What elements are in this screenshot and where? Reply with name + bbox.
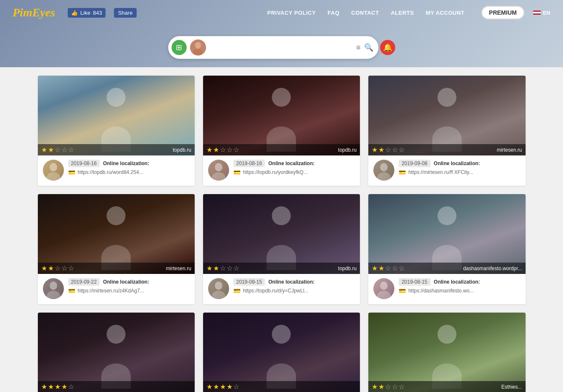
result-card[interactable]: ★★☆☆☆ topdb.ru 2019-08-15 Online localiz… <box>203 194 360 304</box>
card-loc-label: Online localization: <box>434 160 480 166</box>
card-image-wrapper: ★★☆☆☆ mirtesen.ru <box>368 76 525 155</box>
card-url-row: 💳 https://topdb.ru/word84.254... <box>68 169 190 176</box>
nav-faq[interactable]: FAQ <box>328 10 339 16</box>
card-info: 2019-09-22 Online localization: 💳 https:… <box>38 274 195 304</box>
premium-button[interactable]: PREMIUM <box>481 6 524 19</box>
star-1: ★ <box>41 264 47 272</box>
star-3: ☆ <box>220 146 226 154</box>
nav-alerts[interactable]: ALERTS <box>391 10 414 16</box>
result-card[interactable]: ★★☆☆☆ topdb.ru 2019-08-16 Online localiz… <box>38 76 195 186</box>
star-4: ☆ <box>392 146 398 154</box>
star-5: ☆ <box>233 146 239 154</box>
credit-card-icon: 💳 <box>68 287 75 294</box>
result-card[interactable]: ★★☆☆☆ mirtesen.ru 2019-09-08 Online loca… <box>368 76 525 186</box>
star-4: ★ <box>227 383 233 391</box>
star-4: ☆ <box>227 264 233 272</box>
nav-contact[interactable]: CONTACT <box>351 10 379 16</box>
card-image-wrapper: ★★☆☆☆ mirtesen.ru <box>38 194 195 274</box>
logo-text: PimEyes <box>13 6 55 19</box>
svg-point-9 <box>50 282 57 290</box>
star-2: ★ <box>213 383 219 391</box>
star-4: ☆ <box>61 146 67 154</box>
star-5: ☆ <box>233 264 239 272</box>
source-label: topdb.ru <box>173 147 191 153</box>
avatar <box>373 160 394 181</box>
star-3: ☆ <box>385 383 391 391</box>
card-details: 2019-08-16 Online localization: 💳 https:… <box>233 160 355 176</box>
result-card[interactable]: ★★★★☆ <box>38 313 195 392</box>
card-info: 2019-08-16 Online localization: 💳 https:… <box>203 155 360 186</box>
nav-privacy-policy[interactable]: PRIVACY POLICY <box>267 10 316 16</box>
language-selector[interactable]: EN <box>533 10 550 16</box>
star-3: ☆ <box>385 146 391 154</box>
card-loc-label: Online localization: <box>268 279 315 285</box>
card-image <box>38 76 195 155</box>
star-2: ★ <box>378 146 384 154</box>
card-date: 2019-09-22 <box>68 278 100 286</box>
card-details: 2019-09-22 Online localization: 💳 https:… <box>68 278 190 294</box>
star-2: ★ <box>48 264 54 272</box>
facebook-like-button[interactable]: 👍 Like 843 <box>68 8 106 18</box>
filter-button[interactable]: ≡ <box>354 42 362 54</box>
card-details: 2019-08-16 Online localization: 💳 https:… <box>68 160 190 176</box>
filter-icon: ≡ <box>356 43 361 52</box>
card-image <box>368 194 525 274</box>
card-image-wrapper: ★★☆☆☆ dashasmanifesto.wordpr... <box>368 194 525 274</box>
result-card[interactable]: ★★☆☆☆ mirtesen.ru 2019-09-22 Online loca… <box>38 194 195 304</box>
nav-my-account[interactable]: MY ACCOUNT <box>426 10 464 16</box>
card-url: https://dashasmanifesto.wo... <box>408 288 473 294</box>
star-rating: ★★☆☆☆ <box>372 264 404 272</box>
svg-point-8 <box>377 172 391 181</box>
card-details: 2019-09-08 Online localization: 💳 https:… <box>399 160 520 176</box>
star-rating: ★★★★☆ <box>206 383 239 391</box>
svg-point-3 <box>50 163 57 171</box>
credit-card-icon: 💳 <box>399 169 406 176</box>
svg-point-10 <box>47 291 60 299</box>
facebook-share-button[interactable]: Share <box>114 8 137 18</box>
avatar-image <box>208 278 229 299</box>
card-overlay: ★★★★☆ <box>38 381 195 392</box>
card-url: https://mirtesen.ru/ff XFCity... <box>408 169 473 175</box>
card-date: 2019-08-16 <box>68 160 100 167</box>
result-card[interactable]: ★★★★☆ <box>203 313 360 392</box>
card-image-wrapper: ★★☆☆☆ topdb.ru <box>203 194 360 274</box>
search-button[interactable]: 🔍 <box>362 41 375 54</box>
svg-point-7 <box>380 163 388 171</box>
result-card[interactable]: ★★☆☆☆ dashasmanifesto.wordpr... 2019-08-… <box>368 194 525 304</box>
star-rating: ★★☆☆☆ <box>41 146 74 154</box>
card-image <box>368 76 525 155</box>
upload-icon: ⊞ <box>176 43 182 52</box>
search-alert-button[interactable]: 🔔 <box>380 40 395 55</box>
result-card[interactable]: ★★☆☆☆ Esthies... <box>368 313 525 392</box>
star-5: ☆ <box>399 383 404 391</box>
card-overlay: ★★★★☆ <box>203 381 360 392</box>
card-info: 2019-09-08 Online localization: 💳 https:… <box>368 155 525 186</box>
card-loc-label: Online localization: <box>103 279 149 285</box>
star-4: ☆ <box>61 264 67 272</box>
lang-label: EN <box>543 10 550 16</box>
star-3: ★ <box>220 383 226 391</box>
upload-image-button[interactable]: ⊞ <box>172 40 187 55</box>
search-bar: ⊞ ≡ 🔍 <box>168 36 378 59</box>
star-3: ☆ <box>385 264 391 272</box>
search-input[interactable] <box>209 44 354 51</box>
star-2: ★ <box>213 264 219 272</box>
search-icon: 🔍 <box>364 43 373 52</box>
card-details: 2019-08-15 Online localization: 💳 https:… <box>399 278 520 294</box>
source-label: mirtesen.ru <box>166 266 191 271</box>
card-image <box>38 313 195 392</box>
card-image-wrapper: ★★☆☆☆ Esthies... <box>368 313 525 392</box>
card-details: 2019-08-15 Online localization: 💳 https:… <box>233 278 355 294</box>
avatar-image <box>43 278 64 299</box>
avatar-image <box>43 160 64 181</box>
card-overlay: ★★☆☆☆ topdb.ru <box>203 144 360 155</box>
result-card[interactable]: ★★☆☆☆ topdb.ru 2019-08-16 Online localiz… <box>203 76 360 186</box>
star-2: ★ <box>213 146 219 154</box>
avatar-image <box>373 278 394 299</box>
logo-accent: Eyes <box>32 6 55 19</box>
star-rating: ★★☆☆☆ <box>206 264 239 272</box>
bell-icon: 🔔 <box>383 43 392 52</box>
star-rating: ★★☆☆☆ <box>206 146 239 154</box>
card-overlay: ★★☆☆☆ mirtesen.ru <box>38 263 195 274</box>
card-loc-label: Online localization: <box>434 279 480 285</box>
